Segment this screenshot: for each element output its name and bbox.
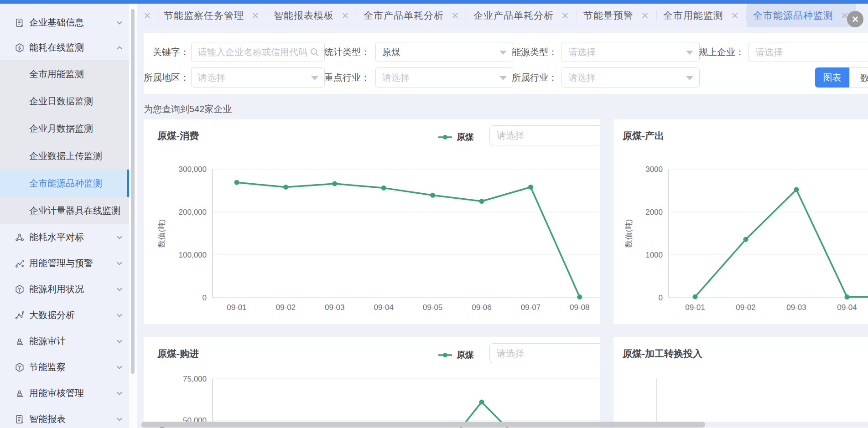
chart-card-output: 原煤-产出 0100020003000数值(吨)09-0109-0209-030… <box>613 119 868 324</box>
chevron-down-icon <box>116 286 123 293</box>
sidebar-item[interactable]: 节能监察 <box>0 354 129 380</box>
document-icon <box>15 18 25 28</box>
chevron-down-icon <box>116 312 123 319</box>
chevron-down-icon <box>686 76 693 80</box>
sidebar-item-label: 节能监察 <box>29 361 66 373</box>
sidebar-item[interactable]: 企业日数据监测 <box>0 88 129 115</box>
tab-label: 全市产品单耗分析 <box>364 9 444 22</box>
hexagon-y-icon <box>15 284 25 294</box>
tab-item[interactable]: 节能监察任务管理 <box>157 4 267 27</box>
chart-card-consumption: 原煤-消费 原煤 请选择 0100,000200,000300,000数值(吨)… <box>144 119 600 324</box>
sidebar-item[interactable]: 企业数据上传监测 <box>0 142 129 170</box>
tab-item[interactable]: 企业产品单耗分析 <box>467 4 577 27</box>
close-tab-icon[interactable] <box>731 11 739 20</box>
sidebar-item[interactable]: 用能审核管理 <box>0 380 129 406</box>
filter-panel: 关键字：请输入企业名称或信用代码统计类型：原煤能源类型：请选择规上企业：请选择所… <box>144 33 868 94</box>
sidebar-menu: 企业基础信息能耗在线监测全市用能监测企业日数据监测企业月数据监测企业数据上传监测… <box>0 4 129 428</box>
chevron-down-icon <box>116 260 123 267</box>
tab-label: 智能报表模板 <box>274 9 334 22</box>
tab-label: 企业产品单耗分析 <box>473 9 554 22</box>
top-accent-bar <box>0 0 868 4</box>
data-view-button[interactable]: 数据 <box>849 67 868 88</box>
filter-label: 能源类型： <box>512 42 557 62</box>
tab-bar: 节能监察任务管理智能报表模板全市产品单耗分析企业产品单耗分析节能量预警全市用能监… <box>137 4 868 27</box>
tab-label: 节能量预警 <box>583 9 634 22</box>
close-tab-icon[interactable] <box>451 11 459 20</box>
input-placeholder: 请选择 <box>198 72 225 84</box>
svg-text:09-02: 09-02 <box>276 303 296 312</box>
filter-label: 所属地区： <box>144 67 189 88</box>
sidebar-item-label: 全市用能监测 <box>29 68 84 80</box>
search-input[interactable]: 请输入企业名称或信用代码 <box>191 42 325 62</box>
tab-label: 全市用能监测 <box>663 9 723 22</box>
filter-label: 规上企业： <box>699 42 744 62</box>
document-icon <box>15 414 25 424</box>
chevron-down-icon <box>116 338 123 345</box>
tab-label: 节能监察任务管理 <box>164 9 244 22</box>
filter-select[interactable]: 请选择 <box>561 67 700 88</box>
sidebar-item[interactable]: 大数据分析 <box>0 302 129 328</box>
close-tab-icon[interactable] <box>561 11 569 20</box>
svg-text:数值(吨): 数值(吨) <box>157 219 166 248</box>
sidebar-item[interactable]: 能源审计 <box>0 328 129 354</box>
svg-text:200,000: 200,000 <box>179 208 207 217</box>
sidebar-item-label: 能耗在线监测 <box>29 41 84 54</box>
close-tab-icon[interactable] <box>641 11 649 20</box>
filter-label: 统计类型： <box>324 42 370 62</box>
input-placeholder: 请选择 <box>568 72 596 84</box>
horizontal-scrollbar-thumb[interactable] <box>141 422 705 428</box>
sidebar-scrollbar-track[interactable] <box>129 4 137 428</box>
tab-item[interactable]: 智能报表模板 <box>267 4 357 27</box>
svg-text:09-01: 09-01 <box>685 303 705 312</box>
tab-active[interactable]: 全市能源品种监测 <box>747 4 856 27</box>
input-placeholder: 请选择 <box>568 46 596 58</box>
sidebar-item[interactable]: 全市用能监测 <box>0 60 129 88</box>
line-chart-consumption: 0100,000200,000300,000数值(吨)09-0109-0209-… <box>144 119 600 324</box>
sidebar-item[interactable]: 企业计量器具在线监测 <box>0 197 129 224</box>
filter-label: 关键字： <box>144 42 189 62</box>
chart-view-button[interactable]: 图表 <box>815 67 849 88</box>
svg-text:09-04: 09-04 <box>837 303 857 312</box>
chevron-up-icon <box>116 44 123 52</box>
sidebar-item[interactable]: 企业月数据监测 <box>0 115 129 142</box>
chevron-down-icon <box>686 51 693 55</box>
sidebar-item[interactable]: 企业基础信息 <box>0 10 129 35</box>
close-tab-icon[interactable] <box>341 11 349 20</box>
chevron-down-icon <box>116 364 123 371</box>
sidebar-scrollbar-thumb[interactable] <box>131 9 135 374</box>
tab-item[interactable]: 全市产品单耗分析 <box>357 4 467 27</box>
sidebar-item-label: 大数据分析 <box>29 309 75 321</box>
filter-select[interactable]: 原煤 <box>375 42 513 62</box>
filter-select[interactable]: 请选择 <box>561 42 700 62</box>
tab-item[interactable]: 全市用能监测 <box>657 4 746 27</box>
filter-select[interactable]: 请选择 <box>375 67 513 88</box>
close-tab-icon[interactable] <box>251 11 260 20</box>
svg-text:数值(吨): 数值(吨) <box>624 219 633 248</box>
filter-select[interactable]: 请选择 <box>191 67 325 88</box>
sidebar-item-label: 智能报表 <box>29 413 66 425</box>
chevron-down-icon <box>116 416 123 423</box>
filter-input[interactable]: 请选择 <box>748 42 868 62</box>
sidebar-item[interactable]: 用能管理与预警 <box>0 250 129 276</box>
svg-text:0: 0 <box>203 294 207 302</box>
sidebar-item[interactable]: 能耗水平对标 <box>0 224 129 250</box>
sidebar-item[interactable]: 全市能源品种监测 <box>0 170 129 197</box>
benchmark-icon <box>15 232 25 242</box>
sidebar-item[interactable]: 能耗在线监测 <box>0 35 129 60</box>
sidebar-item-label: 企业月数据监测 <box>29 123 93 135</box>
svg-text:09-06: 09-06 <box>472 303 491 312</box>
close-all-tabs-button[interactable]: ✕ <box>847 11 863 27</box>
svg-text:300,000: 300,000 <box>179 165 207 174</box>
results-count-text: 为您查询到542家企业 <box>144 103 232 115</box>
tab-item[interactable]: 节能量预警 <box>577 4 656 27</box>
close-tab-icon[interactable] <box>143 11 151 20</box>
svg-text:75,000: 75,000 <box>183 375 207 383</box>
input-placeholder: 请选择 <box>755 46 783 58</box>
search-icon[interactable] <box>309 47 320 58</box>
sidebar-item[interactable]: 智能报表 <box>0 406 129 428</box>
sidebar-item[interactable]: 能源利用状况 <box>0 276 129 302</box>
hexagon-y-icon <box>15 362 25 372</box>
sidebar-item-label: 能耗水平对标 <box>29 231 84 243</box>
energy-hexagon-icon <box>15 43 25 53</box>
scatter-icon <box>15 310 25 320</box>
